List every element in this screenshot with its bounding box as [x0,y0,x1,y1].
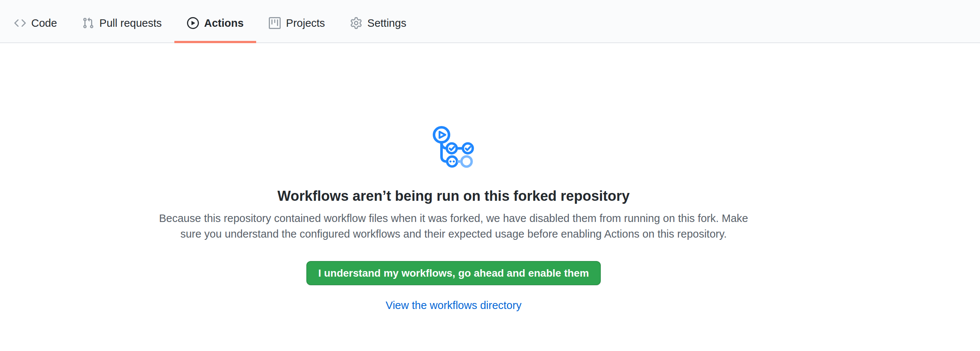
tab-pull-requests-label: Pull requests [99,18,162,29]
page-title: Workflows aren’t being run on this forke… [149,187,759,205]
tab-code-label: Code [31,18,57,29]
project-icon [269,17,281,29]
tab-actions-label: Actions [204,18,243,29]
tab-projects-label: Projects [286,18,325,29]
git-pull-request-icon [82,17,94,29]
play-circle-icon [187,17,199,29]
description-text: Because this repository contained workfl… [154,210,753,242]
tab-settings-label: Settings [368,18,406,29]
view-workflows-directory-link[interactable]: View the workflows directory [149,299,759,311]
tab-pull-requests[interactable]: Pull requests [70,0,174,43]
actions-disabled-blankslate: Workflows aren’t being run on this forke… [149,43,759,311]
workflow-graph-icon [432,125,476,169]
tab-settings[interactable]: Settings [337,0,419,43]
code-icon [14,17,26,29]
tab-projects[interactable]: Projects [256,0,337,43]
gear-icon [350,17,362,29]
repo-tab-nav: Code Pull requests Actions Projects Sett… [0,0,980,43]
tab-actions[interactable]: Actions [174,0,256,43]
enable-workflows-button[interactable]: I understand my workflows, go ahead and … [306,261,601,285]
tab-code[interactable]: Code [2,0,70,43]
